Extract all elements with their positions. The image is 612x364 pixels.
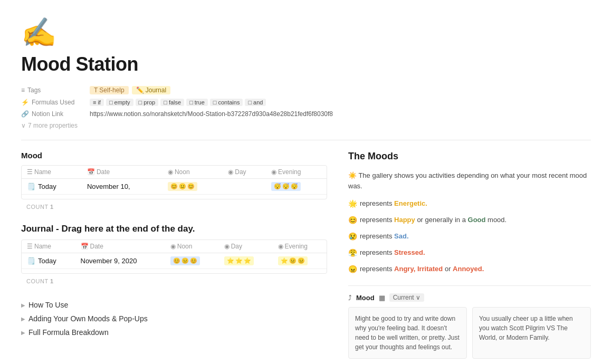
notion-link-label: 🔗 Notion Link (21, 110, 90, 118)
tag-journal-icon: ✏️ (136, 87, 144, 94)
toggle-arrow-2: ▶ (21, 316, 25, 322)
mood-row-name: 🗒️ Today (22, 179, 82, 195)
formula-chip-prop: □ prop (136, 99, 159, 106)
angry-highlight: Angry, (394, 265, 415, 273)
evening-emoji-display: 😴😴😴 (271, 182, 301, 191)
toggle-label-1: How To Use (28, 301, 68, 309)
notion-link-value[interactable]: https://www.notion.so/norahsketch/Mood-S… (90, 110, 333, 118)
formula-chip-if: ≡ if (90, 99, 104, 106)
mood-table-header-row: ☰ Name 📅 Date ◉ (22, 166, 327, 179)
mood-count: COUNT 1 (21, 202, 327, 215)
name-col-header: ☰ Name (27, 168, 51, 176)
current-badge[interactable]: Current ∨ (389, 293, 424, 302)
moods-desc-text: The gallery shows you activities dependi… (348, 171, 587, 190)
stressed-highlight: Stressed. (394, 248, 425, 256)
noon-col-header: ◉ Noon (168, 168, 190, 176)
current-label: Current (393, 294, 414, 301)
moods-title: The Moods (348, 151, 591, 162)
noon-emoji-display: 😊😐😊 (168, 182, 197, 191)
activity-cards-row: Might be good to try and write down why … (348, 307, 591, 359)
tag-selfhelp-icon: T (94, 87, 98, 94)
noon-col-icon: ◉ (168, 168, 173, 176)
name-col-icon: ☰ (27, 168, 33, 176)
chip-icon3: □ (139, 99, 142, 106)
mood-col-day: ◉ Day (223, 166, 266, 179)
energetic-emoji: 🌟 (348, 198, 357, 209)
relation-icon: ⤴ (348, 294, 352, 302)
activity-card-2[interactable]: You usually cheer up a little when you w… (472, 307, 591, 359)
tags-label: ≡ Tags (21, 87, 90, 94)
toggle-moods-popups[interactable]: ▶ Adding Your Own Moods & Pop-Ups (21, 312, 327, 325)
toggle-formula-breakdown[interactable]: ▶ Full Formula Breakdown (21, 325, 327, 339)
page-icon: ✍️ (21, 16, 591, 49)
notion-link-url[interactable]: https://www.notion.so/norahsketch/Mood-S… (90, 110, 333, 118)
tags-value[interactable]: T Self-help ✏️ Journal (90, 86, 170, 94)
mood-col-evening: ◉ Evening (266, 166, 327, 179)
tags-icon: ≡ (21, 87, 25, 94)
formulas-label: ⚡ Formulas Used (21, 99, 90, 106)
property-tags: ≡ Tags T Self-help ✏️ Journal (21, 84, 591, 97)
more-properties-toggle[interactable]: ∨ 7 more properties (21, 122, 591, 129)
mood-sun-icon: ☀️ (348, 171, 357, 179)
tag-selfhelp-label: Self-help (99, 87, 124, 94)
tag-journal-label: Journal (146, 87, 166, 94)
notion-link-icon: 🔗 (21, 110, 29, 118)
property-notion-link: 🔗 Notion Link https://www.notion.so/nora… (21, 108, 591, 120)
mood-row-evening: 😴😴😴 (266, 179, 327, 195)
journal-count-value: 1 (50, 278, 54, 284)
noon-col-label: Noon (175, 168, 190, 176)
tags-label-text: Tags (27, 87, 41, 94)
j-day-emoji-display: ⭐⭐⭐ (224, 256, 254, 265)
journal-col-day: ◉ Day (219, 240, 273, 253)
tag-selfhelp[interactable]: T Self-help (90, 86, 129, 94)
mood-footer-section: ⤴ Mood ▦ Current ∨ Might be good to try … (348, 285, 591, 359)
journal-row-day: ⭐⭐⭐ (219, 253, 273, 269)
formula-icon: ⚡ (21, 99, 29, 106)
j-day-icon: ◉ (224, 243, 230, 250)
stressed-emoji: 😤 (348, 247, 357, 258)
j-evening-emoji-display: ⭐😐😐 (278, 256, 308, 265)
mood-col-name: ☰ Name (22, 166, 82, 179)
date-col-label: Date (97, 168, 110, 176)
energetic-highlight: Energetic. (394, 199, 427, 207)
toggle-list: ▶ How To Use ▶ Adding Your Own Moods & P… (21, 298, 327, 339)
toggle-how-to-use[interactable]: ▶ How To Use (21, 298, 327, 312)
formula-chip-true: □ true (186, 99, 208, 106)
formula-chip-and: □ and (245, 99, 266, 106)
j-noon-emoji-display: 😊😐😊 (170, 256, 200, 265)
j-date-label: Date (90, 243, 103, 250)
day-col-header: ◉ Day (228, 168, 246, 176)
happy-highlight: Happy (394, 216, 415, 224)
journal-row-name: 🗒️ Today (22, 253, 75, 269)
journal-row-evening: ⭐😐😐 (273, 253, 327, 269)
formulas-label-text: Formulas Used (32, 99, 74, 106)
mood-item-energetic: 🌟 represents Energetic. (348, 198, 591, 209)
mood-item-happy: 😊 represents Happy or generally in a Goo… (348, 215, 591, 226)
day-col-icon: ◉ (228, 168, 233, 176)
table-icon: ▦ (379, 294, 385, 302)
formulas-value: ≡ if □ empty □ prop □ false □ true □ con… (90, 99, 266, 106)
formula-chip-empty: □ empty (106, 99, 133, 106)
stressed-text: represents Stressed. (360, 247, 425, 258)
sad-text: represents Sad. (360, 231, 409, 242)
j-name-label: Name (34, 243, 51, 250)
chip-icon5: □ (189, 99, 193, 106)
mood-row-today[interactable]: 🗒️ Today November 10, 😊😐😊 (22, 179, 327, 195)
journal-row-today[interactable]: 🗒️ Today November 9, 2020 😊😐😊 (22, 253, 327, 269)
activity-card-1[interactable]: Might be good to try and write down why … (348, 307, 467, 359)
journal-col-noon: ◉ Noon (165, 240, 219, 253)
mood-table: ☰ Name 📅 Date ◉ (22, 166, 327, 195)
journal-col-date: 📅 Date (75, 240, 165, 253)
toggle-label-2: Adding Your Own Moods & Pop-Ups (28, 314, 148, 323)
properties-section: ≡ Tags T Self-help ✏️ Journal ⚡ Formulas… (21, 84, 591, 129)
sad-emoji: 😢 (348, 231, 357, 242)
j-name-icon: ☰ (27, 243, 33, 250)
irritated-highlight: Irritated (417, 265, 443, 273)
mood-footer-title: Mood (356, 294, 375, 302)
tag-journal[interactable]: ✏️ Journal (132, 86, 170, 94)
evening-col-icon: ◉ (271, 168, 276, 176)
journal-table-outer: ☰ Name 📅 Date ◉ (21, 240, 327, 274)
mood-item-sad: 😢 represents Sad. (348, 231, 591, 242)
mood-footer-header: ⤴ Mood ▦ Current ∨ (348, 293, 591, 302)
journal-table-header-row: ☰ Name 📅 Date ◉ (22, 240, 327, 253)
